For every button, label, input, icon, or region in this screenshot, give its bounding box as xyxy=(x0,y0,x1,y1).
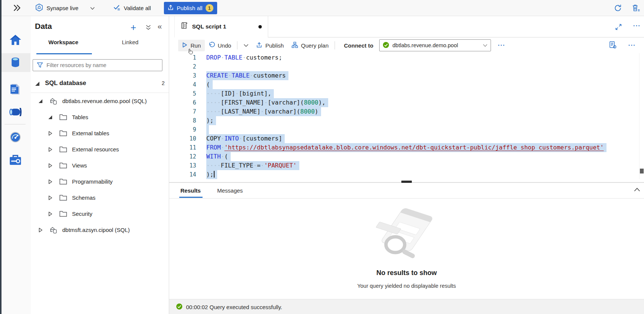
line-number: 5 xyxy=(169,89,196,98)
code-line[interactable]: 12WITH·( xyxy=(169,152,644,161)
editor-more-icon[interactable]: ··· xyxy=(628,42,636,49)
tab-linked[interactable]: Linked xyxy=(122,39,138,45)
nav-monitor[interactable] xyxy=(0,128,30,147)
collapse-panel-icon[interactable]: « xyxy=(158,22,162,31)
undo-icon xyxy=(209,42,215,49)
tree-item[interactable]: External resources xyxy=(31,141,169,157)
mouse-hand-cursor xyxy=(186,48,194,57)
tab-workspace[interactable]: Workspace xyxy=(48,39,78,45)
tree-item[interactable]: Views xyxy=(31,157,169,173)
expand-all-icon[interactable] xyxy=(145,25,152,32)
caret-collapsed-icon[interactable] xyxy=(48,195,54,200)
tab-sql-script-1[interactable]: SQL script 1 xyxy=(174,16,268,37)
tree-item[interactable]: Security xyxy=(31,206,169,222)
tree-item[interactable]: Tables xyxy=(31,109,169,125)
nav-data[interactable] xyxy=(0,53,30,72)
code-line[interactable]: 9 xyxy=(169,125,644,134)
toolbar-separator xyxy=(237,41,237,49)
tree-item[interactable]: Schemas xyxy=(31,190,169,206)
empty-results-subtitle: Your query yielded no displayable result… xyxy=(169,283,644,289)
section-sql-database[interactable]: SQL database xyxy=(45,79,86,87)
refresh-icon[interactable] xyxy=(614,4,622,14)
panel-title: Data xyxy=(35,22,52,31)
query-plan-icon xyxy=(291,42,298,49)
active-tab-underline xyxy=(36,53,92,54)
editor-scrollbar-thumb[interactable] xyxy=(640,169,644,173)
pool-status-check-icon xyxy=(383,42,389,49)
tree-item[interactable]: External tables xyxy=(31,125,169,141)
folder-icon xyxy=(59,162,67,169)
line-number: 11 xyxy=(169,143,196,152)
publish-all-button[interactable]: Publish all 1 xyxy=(164,2,217,14)
nav-home[interactable] xyxy=(0,31,30,49)
connect-pool-dropdown[interactable]: dbtlabs.revenue.demo.pool xyxy=(379,39,491,51)
line-number: 7 xyxy=(169,107,196,116)
caret-collapsed-icon[interactable] xyxy=(39,227,44,233)
expand-nav-icon[interactable] xyxy=(13,3,21,14)
tree-item-label: Schemas xyxy=(72,194,96,201)
code-line[interactable]: 1DROP·TABLE·customers; xyxy=(169,53,644,62)
tab-results[interactable]: Results xyxy=(180,187,201,194)
validate-check-icon xyxy=(113,4,120,12)
editor-scrollbar-track[interactable] xyxy=(639,53,644,179)
code-line[interactable]: 7····[LAST_NAME]·[varchar](8000) xyxy=(169,107,644,116)
validate-all-button[interactable]: Validate all xyxy=(113,2,151,13)
tab-messages[interactable]: Messages xyxy=(217,187,243,194)
tree-item-label: External resources xyxy=(72,146,119,153)
toolbar-more-icon[interactable]: ··· xyxy=(498,42,505,49)
line-number: 3 xyxy=(169,71,196,80)
caret-collapsed-icon[interactable] xyxy=(48,163,54,168)
nav-manage[interactable] xyxy=(0,151,30,169)
rail-divider xyxy=(5,124,26,124)
tab-more-icon[interactable]: ··· xyxy=(633,22,641,30)
undo-button[interactable]: Undo xyxy=(205,39,235,51)
expand-editor-icon[interactable] xyxy=(615,24,622,32)
nav-integrate[interactable] xyxy=(0,103,30,121)
publish-button[interactable]: Publish xyxy=(252,40,287,51)
caret-collapsed-icon xyxy=(39,227,43,233)
resource-tree: dbtlabs.revenue.demo.pool (SQL)TablesExt… xyxy=(31,93,169,238)
caret-expanded-icon[interactable] xyxy=(48,115,54,119)
nav-develop[interactable] xyxy=(0,80,30,99)
code-line[interactable]: 2 xyxy=(169,62,644,71)
tree-item[interactable]: dbtmsft.azsyn.cipool (SQL) xyxy=(31,222,169,238)
code-line[interactable]: 10COPY·INTO·[customers] xyxy=(169,134,644,143)
caret-collapsed-icon[interactable] xyxy=(48,147,54,152)
publish-label: Publish xyxy=(265,42,284,49)
caret-collapsed-icon[interactable] xyxy=(48,131,54,136)
code-line[interactable]: 5····[ID]·[bigint], xyxy=(169,89,644,98)
tree-item-label: Security xyxy=(72,211,92,217)
code-line[interactable]: 6····[FIRST_NAME]·[varchar](8000), xyxy=(169,98,644,107)
folder-icon xyxy=(59,114,67,120)
split-drag-grip[interactable] xyxy=(401,181,412,183)
line-number: 4 xyxy=(169,80,196,89)
filter-resources-input[interactable] xyxy=(33,59,162,71)
caret-collapsed-icon xyxy=(48,131,53,136)
run-options-chevron[interactable] xyxy=(240,42,252,49)
code-line[interactable]: 14); xyxy=(169,170,644,179)
discard-trash-icon[interactable] xyxy=(632,4,641,14)
code-line[interactable]: 3CREATE·TABLE·customers xyxy=(169,71,644,80)
code-line[interactable]: 13····FILE_TYPE·=·'PARQUET' xyxy=(169,161,644,170)
query-plan-button[interactable]: Query plan xyxy=(288,39,332,52)
manage-toolbox-icon xyxy=(9,154,22,166)
tree-item-label: dbtlabs.revenue.demo.pool (SQL) xyxy=(62,98,147,104)
caret-collapsed-icon[interactable] xyxy=(48,179,54,184)
caret-expanded-icon[interactable] xyxy=(39,99,44,103)
script-properties-icon[interactable] xyxy=(609,41,617,50)
add-resource-icon[interactable]: + xyxy=(131,22,136,32)
tab-label: SQL script 1 xyxy=(192,23,226,30)
run-button[interactable]: Run xyxy=(178,40,205,51)
mode-selector[interactable]: Synapse live xyxy=(35,2,95,13)
code-line[interactable]: 8); xyxy=(169,116,644,125)
collapse-results-chevron-icon[interactable] xyxy=(633,187,641,194)
code-line[interactable]: 11FROM·'https://dbtlabsynapsedatalake.bl… xyxy=(169,143,644,152)
status-success-check-icon xyxy=(176,303,183,311)
results-active-underline xyxy=(179,197,203,198)
tree-item[interactable]: Programmability xyxy=(31,173,169,190)
caret-collapsed-icon[interactable] xyxy=(48,211,54,217)
section-caret-expanded-icon[interactable] xyxy=(35,82,39,86)
code-line[interactable]: 4( xyxy=(169,80,644,89)
tree-item[interactable]: dbtlabs.revenue.demo.pool (SQL) xyxy=(31,93,169,109)
code-editor[interactable]: 1DROP·TABLE·customers;23CREATE·TABLE·cus… xyxy=(169,53,644,179)
